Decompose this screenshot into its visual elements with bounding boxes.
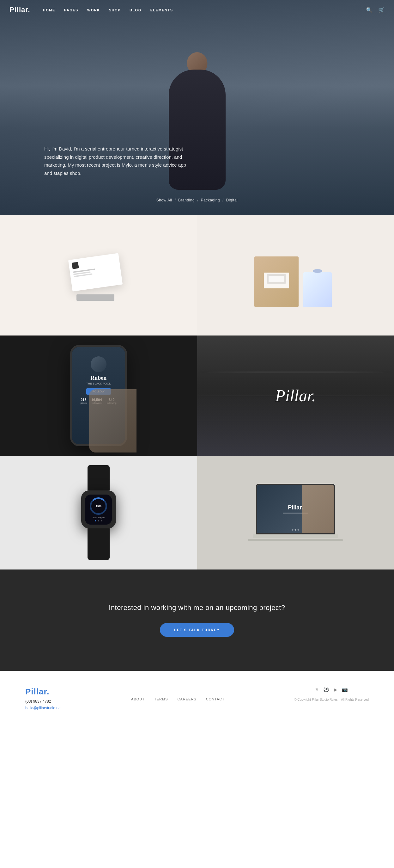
nav-links: HOME PAGES WORK SHOP BLOG ELEMENTS xyxy=(43,7,366,13)
waves-container: Pillar. xyxy=(197,336,394,456)
footer-nav: ABOUT TERMS CAREERS CONTACT xyxy=(131,696,225,702)
search-icon[interactable]: 🔍 xyxy=(366,7,372,13)
navbar: Pillar. HOME PAGES WORK SHOP BLOG ELEMEN… xyxy=(0,0,394,20)
business-card-container xyxy=(0,215,197,336)
hero-content: Hi, I'm David, I'm a serial entrepreneur… xyxy=(0,145,190,215)
shirt xyxy=(303,272,332,307)
watch-container: 79% Start Engine xyxy=(0,456,197,569)
nav-work[interactable]: WORK xyxy=(87,8,100,12)
watch-screen: 79% Start Engine xyxy=(85,495,112,525)
laptop-screen: Pillar. xyxy=(256,484,335,534)
footer: Pillar. (03) 9837 4782 hello@pillarstudi… xyxy=(0,671,394,723)
footer-nav-terms[interactable]: TERMS xyxy=(154,697,168,701)
nav-icons: 🔍 🛒 xyxy=(366,7,385,13)
phone-name: Ruben xyxy=(90,375,106,381)
waves-bg xyxy=(197,336,394,456)
portfolio-item-phone-app[interactable]: Ruben THE BLACK POOL FOLLOW 215posts 16,… xyxy=(0,336,197,456)
filter-branding[interactable]: Branding xyxy=(178,198,195,203)
footer-nav-about[interactable]: ABOUT xyxy=(131,697,145,701)
sep-2: / xyxy=(197,198,198,203)
watch-arc-container: 79% xyxy=(90,497,107,515)
footer-copyright: © Copyright Pillar Studio Rules – All Ri… xyxy=(294,697,369,702)
phone-avatar xyxy=(91,356,106,372)
portfolio-item-watch[interactable]: 79% Start Engine xyxy=(0,456,197,569)
nav-elements[interactable]: ELEMENTS xyxy=(151,8,173,12)
watch-progress-arc: 79% xyxy=(90,497,107,515)
watch-band-bottom xyxy=(88,528,110,560)
hero-intro-text: Hi, I'm David, I'm a serial entrepreneur… xyxy=(44,145,190,177)
watch-case: 79% Start Engine xyxy=(81,491,116,528)
watch-label: Start Engine xyxy=(92,516,105,519)
nav-shop[interactable]: SHOP xyxy=(109,8,121,12)
packaging-container xyxy=(197,215,394,336)
nav-logo[interactable]: Pillar. xyxy=(9,6,30,14)
filter-bar: Show All / Branding / Packaging / Digita… xyxy=(156,198,238,203)
filter-digital[interactable]: Digital xyxy=(226,198,238,203)
footer-phone: (03) 9837 4782 xyxy=(25,699,62,704)
dribbble-icon[interactable]: ⚽ xyxy=(323,687,329,692)
nav-pages[interactable]: PAGES xyxy=(64,8,78,12)
card-stand xyxy=(76,294,114,301)
footer-inner: Pillar. (03) 9837 4782 hello@pillarstudi… xyxy=(25,687,369,711)
sep-3: / xyxy=(223,198,223,203)
vimeo-icon[interactable]: ▶ xyxy=(334,687,337,692)
box xyxy=(254,256,299,307)
filter-show-all[interactable]: Show All xyxy=(156,198,172,203)
filter-packaging[interactable]: Packaging xyxy=(201,198,220,203)
business-card-front xyxy=(68,253,123,291)
phone-subtitle: THE BLACK POOL xyxy=(86,382,111,385)
nav-home[interactable]: HOME xyxy=(43,8,55,12)
cart-icon[interactable]: 🛒 xyxy=(378,7,385,13)
portfolio-item-business-card[interactable] xyxy=(0,215,197,336)
box-label xyxy=(264,273,289,288)
twitter-icon[interactable]: 𝕏 xyxy=(315,687,319,692)
watch-dots xyxy=(95,520,102,521)
footer-social: 𝕏 ⚽ ▶ 📷 xyxy=(315,687,348,692)
footer-nav-contact[interactable]: CONTACT xyxy=(206,697,225,701)
watch-band-top xyxy=(88,465,110,491)
portfolio-item-packaging[interactable] xyxy=(197,215,394,336)
shirt-container xyxy=(303,272,332,307)
package-mock xyxy=(254,244,336,307)
laptop-mock: Pillar. xyxy=(248,484,343,541)
nav-blog[interactable]: BLOG xyxy=(130,8,141,12)
laptop-container: Pillar. xyxy=(197,456,394,569)
phone-stat-1: 215posts xyxy=(80,398,87,404)
portfolio-item-waves[interactable]: Pillar. xyxy=(197,336,394,456)
sep-1: / xyxy=(175,198,176,203)
laptop-taskbar xyxy=(292,529,299,531)
laptop-person-bg xyxy=(302,485,334,533)
phone-wrapper: Ruben THE BLACK POOL FOLLOW 215posts 16,… xyxy=(70,345,127,446)
footer-email[interactable]: hello@pillarstudio.net xyxy=(25,706,62,710)
phone-container: Ruben THE BLACK POOL FOLLOW 215posts 16,… xyxy=(0,336,197,456)
laptop-foot xyxy=(248,539,343,541)
cta-section: Interested in working with me on an upco… xyxy=(0,569,394,671)
laptop-base xyxy=(253,534,338,538)
business-card-mock xyxy=(67,250,130,301)
instagram-icon[interactable]: 📷 xyxy=(342,687,348,692)
cta-button[interactable]: LET'S TALK TURKEY xyxy=(160,623,234,637)
footer-nav-careers[interactable]: CAREERS xyxy=(177,697,196,701)
cta-text: Interested in working with me on an upco… xyxy=(109,603,285,612)
watch-mock: 79% Start Engine xyxy=(81,465,116,560)
portfolio-grid: Ruben THE BLACK POOL FOLLOW 215posts 16,… xyxy=(0,215,394,569)
hand-holding xyxy=(89,389,136,453)
watch-percent: 79% xyxy=(96,505,101,508)
footer-brand: Pillar. (03) 9837 4782 hello@pillarstudi… xyxy=(25,687,62,711)
footer-logo: Pillar. xyxy=(25,687,62,696)
hero-section: Hi, I'm David, I'm a serial entrepreneur… xyxy=(0,0,394,215)
footer-right: 𝕏 ⚽ ▶ 📷 © Copyright Pillar Studio Rules … xyxy=(294,687,369,702)
laptop-brand-text: Pillar. xyxy=(288,504,303,511)
portfolio-item-laptop[interactable]: Pillar. xyxy=(197,456,394,569)
